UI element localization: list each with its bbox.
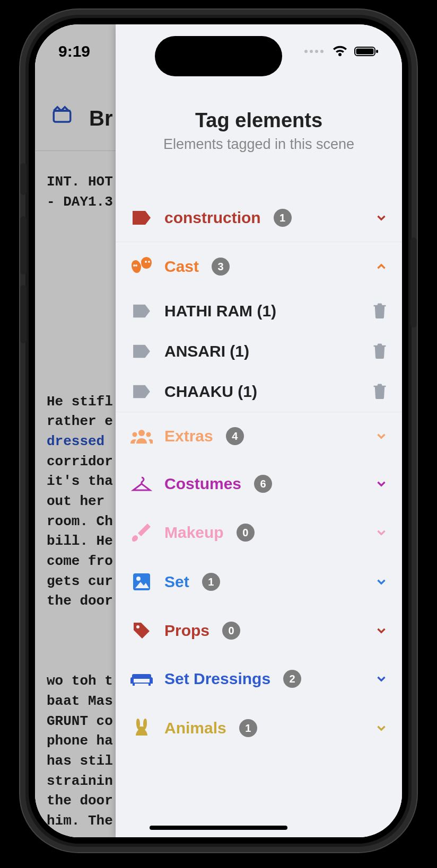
category-row-makeup[interactable]: Makeup 0	[116, 508, 402, 557]
rabbit-icon	[123, 718, 160, 739]
category-label: Props	[164, 622, 209, 640]
delete-button[interactable]	[372, 302, 387, 321]
tag-icon	[123, 304, 160, 318]
chevron-down-icon	[374, 477, 388, 491]
count-badge: 4	[226, 427, 244, 445]
side-button-volume-down	[20, 285, 27, 343]
category-row-set[interactable]: Set 1	[116, 557, 402, 606]
wifi-icon	[332, 46, 348, 57]
phone-frame: 9:19 Br	[20, 10, 417, 852]
count-badge: 1	[274, 209, 292, 227]
panel-subtitle: Elements tagged in this scene	[121, 136, 397, 153]
brush-icon	[123, 522, 160, 543]
side-button-volume-up	[20, 216, 27, 274]
home-indicator[interactable]	[150, 826, 287, 830]
chevron-down-icon	[374, 721, 388, 735]
category-label: Makeup	[164, 524, 224, 542]
chevron-down-icon	[374, 526, 388, 539]
people-icon	[123, 429, 160, 444]
category-label: Set	[164, 573, 189, 591]
battery-icon	[354, 46, 379, 57]
count-badge: 3	[212, 258, 230, 276]
cast-item-ansari[interactable]: ANSARI (1)	[116, 331, 402, 371]
category-label: Extras	[164, 427, 213, 445]
cast-item-label: CHAAKU (1)	[164, 383, 257, 401]
cast-item-hathi-ram[interactable]: HATHI RAM (1)	[116, 291, 402, 331]
svg-point-8	[136, 577, 141, 581]
chevron-down-icon	[374, 672, 388, 686]
status-time: 9:19	[58, 42, 90, 60]
tag-icon	[123, 344, 160, 359]
panel-title: Tag elements	[121, 109, 397, 132]
count-badge: 6	[254, 475, 272, 493]
chevron-down-icon	[374, 429, 388, 443]
count-badge: 0	[237, 524, 255, 542]
chevron-down-icon	[374, 624, 388, 637]
count-badge: 1	[239, 719, 257, 737]
svg-point-5	[133, 432, 137, 437]
chevron-down-icon	[374, 211, 388, 225]
chevron-down-icon	[374, 575, 388, 589]
dynamic-island	[155, 36, 282, 76]
cellular-dots-icon	[304, 50, 324, 53]
category-label: Cast	[164, 258, 199, 276]
image-icon	[123, 572, 160, 591]
couch-icon	[123, 671, 160, 687]
category-label: Animals	[164, 719, 226, 737]
category-row-props[interactable]: Props 0	[116, 606, 402, 655]
side-button-power	[410, 237, 417, 327]
category-row-cast[interactable]: Cast 3	[116, 242, 402, 291]
svg-point-4	[138, 430, 145, 436]
theater-masks-icon	[123, 257, 160, 276]
svg-rect-1	[356, 49, 374, 55]
cast-item-label: HATHI RAM (1)	[164, 302, 276, 320]
cast-item-label: ANSARI (1)	[164, 342, 249, 360]
svg-rect-2	[376, 50, 378, 53]
category-row-set-dressings[interactable]: Set Dressings 2	[116, 655, 402, 703]
delete-button[interactable]	[372, 342, 387, 361]
category-label: Costumes	[164, 475, 241, 493]
svg-point-6	[146, 432, 151, 437]
count-badge: 1	[202, 573, 220, 591]
count-badge: 2	[283, 670, 301, 688]
price-tag-icon	[123, 621, 160, 640]
cast-item-chaaku[interactable]: CHAAKU (1)	[116, 371, 402, 412]
screen: 9:19 Br	[35, 24, 402, 837]
side-button-silence	[20, 163, 27, 195]
category-row-costumes[interactable]: Costumes 6	[116, 460, 402, 508]
delete-button[interactable]	[372, 382, 387, 401]
chevron-up-icon	[374, 260, 388, 273]
category-label: Set Dressings	[164, 670, 270, 688]
tag-icon	[123, 384, 160, 399]
svg-point-9	[136, 625, 139, 628]
tag-icon	[123, 210, 160, 226]
tag-elements-panel: Tag elements Elements tagged in this sce…	[116, 24, 402, 837]
category-row-extras[interactable]: Extras 4	[116, 412, 402, 460]
category-label: construction	[164, 209, 261, 227]
category-row-animals[interactable]: Animals 1	[116, 703, 402, 739]
hanger-icon	[123, 475, 160, 492]
category-row-construction[interactable]: construction 1	[116, 194, 402, 242]
count-badge: 0	[222, 622, 240, 640]
